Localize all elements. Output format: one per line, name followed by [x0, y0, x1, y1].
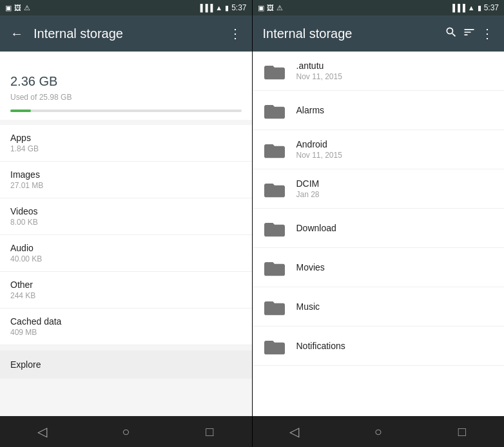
item-size-videos: 8.00 KB	[10, 218, 242, 227]
status-icons-right-right: ▐▐▐ ▲ ▮ 5:37	[450, 3, 499, 12]
toolbar-right: Internal storage ⋮	[253, 15, 505, 52]
folder-icon	[263, 216, 286, 240]
nav-back-button-left[interactable]: ◁	[29, 419, 55, 444]
toolbar-title-left: Internal storage	[34, 26, 218, 41]
folder-icon	[263, 256, 286, 279]
folder-name-android: Android	[296, 139, 494, 149]
item-name-videos: Videos	[10, 206, 242, 216]
folder-name-music: Music	[296, 301, 494, 312]
image-icon: 🖼	[14, 4, 21, 12]
folder-item-notifications[interactable]: Notifications	[253, 327, 505, 366]
storage-info: 2.36 GB Used of 25.98 GB	[0, 52, 252, 120]
folder-icon	[263, 295, 286, 318]
battery-icon: ▮	[225, 4, 229, 12]
wifi-icon-r: ▲	[468, 4, 475, 12]
storage-bar	[10, 109, 242, 112]
item-name-audio: Audio	[10, 243, 242, 253]
folder-name-alarms: Alarms	[296, 105, 494, 115]
nav-home-button-left[interactable]: ○	[113, 419, 139, 444]
nav-back-button-right[interactable]: ◁	[282, 419, 307, 444]
search-button[interactable]	[445, 26, 458, 42]
back-button[interactable]: ←	[10, 26, 23, 41]
folder-icon	[263, 99, 286, 122]
storage-bar-fill	[10, 109, 31, 112]
folder-info-music: Music	[296, 301, 494, 312]
status-bar-right: ▣ 🖼 ⚠ ▐▐▐ ▲ ▮ 5:37	[253, 0, 505, 15]
warning-icon-r: ⚠	[276, 4, 283, 12]
folder-icon	[263, 334, 286, 357]
folder-item-music[interactable]: Music	[253, 287, 505, 327]
folder-name-notifications: Notifications	[296, 341, 494, 351]
nav-recent-button-right[interactable]: □	[449, 419, 475, 444]
status-bar-left: ▣ 🖼 ⚠ ▐▐▐ ▲ ▮ 5:37	[0, 0, 252, 15]
explore-button[interactable]: Explore	[0, 350, 252, 379]
file-list: .antutu Nov 11, 2015 Alarms Andr	[253, 52, 505, 416]
item-name-images: Images	[10, 169, 242, 180]
folder-name-movies: Movies	[296, 262, 494, 272]
folder-icon	[263, 59, 286, 82]
nav-bar-left: ◁ ○ □	[0, 416, 252, 447]
nav-home-button-right[interactable]: ○	[365, 419, 391, 444]
list-item[interactable]: Apps 1.84 GB	[0, 125, 252, 162]
folder-name-download: Download	[296, 223, 494, 233]
status-time-left: 5:37	[231, 3, 246, 12]
status-time-right: 5:37	[484, 3, 499, 12]
item-name-cached: Cached data	[10, 316, 242, 327]
notification-icon: ▣	[5, 4, 12, 12]
folder-info-download: Download	[296, 223, 494, 233]
storage-list: Apps 1.84 GB Images 27.01 MB Videos 8.00…	[0, 125, 252, 345]
storage-free-amount: 2.36 GB	[10, 64, 242, 91]
toolbar-title-right: Internal storage	[263, 26, 440, 41]
item-size-audio: 40.00 KB	[10, 254, 242, 263]
folder-date-android: Nov 11, 2015	[296, 151, 494, 160]
wifi-icon: ▲	[215, 4, 222, 12]
filter-button[interactable]	[463, 26, 476, 42]
folder-name-dcim: DCIM	[296, 178, 494, 189]
folder-info-notifications: Notifications	[296, 341, 494, 351]
folder-item-movies[interactable]: Movies	[253, 248, 505, 287]
folder-item-antutu[interactable]: .antutu Nov 11, 2015	[253, 52, 505, 91]
folder-icon	[263, 177, 286, 200]
item-size-other: 244 KB	[10, 291, 242, 300]
folder-info-android: Android Nov 11, 2015	[296, 139, 494, 160]
notification-icon-r: ▣	[258, 4, 264, 12]
folder-icon	[263, 138, 286, 161]
folder-info-dcim: DCIM Jan 28	[296, 178, 494, 199]
item-name-apps: Apps	[10, 133, 242, 143]
left-screen: ▣ 🖼 ⚠ ▐▐▐ ▲ ▮ 5:37 ← Internal storage ⋮ …	[0, 0, 253, 447]
list-item[interactable]: Cached data 409 MB	[0, 309, 252, 345]
item-size-images: 27.01 MB	[10, 181, 242, 190]
more-options-button-right[interactable]: ⋮	[481, 26, 494, 41]
folder-info-antutu: .antutu Nov 11, 2015	[296, 61, 494, 81]
image-icon-r: 🖼	[267, 4, 274, 12]
status-icons-right: ▐▐▐ ▲ ▮ 5:37	[198, 3, 247, 12]
item-size-cached: 409 MB	[10, 328, 242, 337]
storage-used-text: Used of 25.98 GB	[10, 93, 242, 102]
folder-name-antutu: .antutu	[296, 61, 494, 71]
nav-recent-button-left[interactable]: □	[197, 419, 222, 444]
right-screen: ▣ 🖼 ⚠ ▐▐▐ ▲ ▮ 5:37 Internal storage ⋮	[253, 0, 505, 447]
folder-item-download[interactable]: Download	[253, 209, 505, 248]
status-icons-left: ▣ 🖼 ⚠	[5, 4, 30, 12]
item-name-other: Other	[10, 280, 242, 290]
status-icons-right-left: ▣ 🖼 ⚠	[258, 4, 283, 12]
list-item[interactable]: Other 244 KB	[0, 272, 252, 309]
list-item[interactable]: Audio 40.00 KB	[0, 235, 252, 272]
list-item[interactable]: Videos 8.00 KB	[0, 198, 252, 235]
sim-signal-icon: ▐▐▐	[198, 4, 213, 12]
folder-date-antutu: Nov 11, 2015	[296, 72, 494, 81]
sim-signal-icon-r: ▐▐▐	[450, 4, 465, 12]
folder-date-dcim: Jan 28	[296, 190, 494, 199]
nav-bar-right: ◁ ○ □	[253, 416, 505, 447]
warning-icon: ⚠	[24, 4, 30, 12]
folder-item-android[interactable]: Android Nov 11, 2015	[253, 130, 505, 169]
battery-icon-r: ▮	[478, 4, 481, 12]
folder-info-alarms: Alarms	[296, 105, 494, 115]
item-size-apps: 1.84 GB	[10, 144, 242, 153]
more-options-button-left[interactable]: ⋮	[229, 26, 242, 41]
folder-item-alarms[interactable]: Alarms	[253, 91, 505, 130]
list-item[interactable]: Images 27.01 MB	[0, 162, 252, 198]
toolbar-left: ← Internal storage ⋮	[0, 15, 252, 52]
folder-item-dcim[interactable]: DCIM Jan 28	[253, 169, 505, 209]
folder-info-movies: Movies	[296, 262, 494, 272]
